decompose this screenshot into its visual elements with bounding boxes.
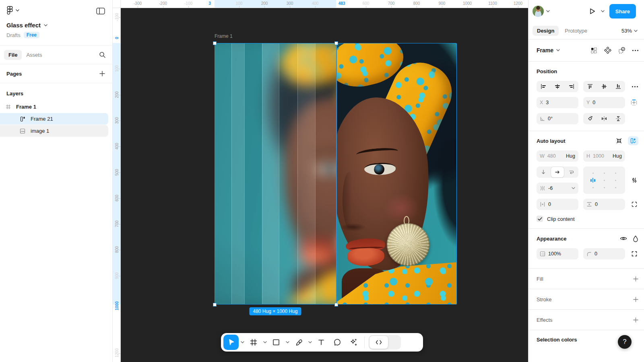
tab-assets[interactable]: Assets	[22, 50, 46, 60]
align-bottom-button[interactable]	[612, 81, 625, 92]
y-position-input[interactable]: Y 0	[583, 97, 625, 108]
gap-input[interactable]: -6	[537, 183, 578, 194]
transform-group	[583, 113, 625, 124]
comment-tool-button[interactable]	[330, 335, 345, 350]
selection-handle-bottom-right[interactable]	[334, 303, 338, 306]
selection-handle-bottom-left[interactable]	[213, 303, 217, 306]
share-button[interactable]: Share	[609, 4, 636, 19]
canvas[interactable]: Frame 1	[113, 0, 528, 362]
layer-row-frame-1[interactable]: Frame 1	[0, 101, 108, 113]
dev-mode-toggle[interactable]	[369, 335, 401, 350]
figma-logo-icon[interactable]	[6, 6, 13, 15]
direction-vertical-button[interactable]	[537, 167, 550, 177]
expand-corners-icon[interactable]	[631, 251, 638, 257]
glass-effect-layer[interactable]	[215, 43, 336, 304]
document-title[interactable]: Glass effect	[6, 22, 41, 29]
gap-dropdown-chevron-icon[interactable]	[572, 187, 575, 189]
alignment-pad[interactable]	[583, 167, 625, 194]
align-h-center-button[interactable]	[551, 81, 564, 92]
auto-layout-active-icon[interactable]	[628, 136, 638, 145]
add-fill-icon[interactable]	[633, 276, 638, 282]
individual-padding-icon[interactable]	[631, 201, 638, 208]
search-icon[interactable]	[99, 51, 106, 58]
selection-size-badge: 480 Hug × 1000 Hug	[249, 307, 301, 315]
component-props-icon[interactable]	[590, 47, 597, 54]
direction-horizontal-button[interactable]	[551, 167, 564, 177]
object-type-chevron-icon[interactable]	[556, 49, 560, 51]
frame-tool-button[interactable]	[246, 335, 261, 350]
rotate-button[interactable]	[584, 113, 597, 124]
collapse-sidebar-button[interactable]	[96, 8, 105, 14]
account-chevron-icon[interactable]	[546, 10, 550, 12]
breadcrumb-drafts[interactable]: Drafts	[6, 32, 21, 38]
width-input[interactable]: W 480 Hug	[537, 150, 578, 162]
ruler-top[interactable]: -300-200-1003100200300400483600700800900…	[113, 0, 528, 8]
horizontal-padding-input[interactable]: 0	[537, 199, 578, 210]
canvas-frame-title[interactable]: Frame 1	[215, 33, 233, 39]
direction-wrap-button[interactable]	[565, 167, 578, 177]
pen-tool-button[interactable]	[291, 335, 306, 350]
selected-object-type[interactable]: Frame	[537, 47, 553, 53]
blend-mode-droplet-icon[interactable]	[633, 235, 638, 242]
opacity-input[interactable]: 100%	[537, 248, 578, 259]
flip-vertical-button[interactable]	[612, 113, 625, 124]
add-stroke-icon[interactable]	[633, 297, 638, 302]
text-tool-button[interactable]	[314, 335, 329, 350]
add-page-icon[interactable]	[99, 71, 105, 76]
height-input[interactable]: H 1000 Hug	[583, 150, 625, 162]
selection-handle-top-right[interactable]	[334, 41, 338, 45]
layer-row-image-1[interactable]: image 1	[0, 125, 108, 137]
pen-tool-dropdown[interactable]	[307, 335, 313, 350]
ruler-label: 700	[388, 1, 395, 6]
present-options-chevron-icon[interactable]	[601, 10, 605, 12]
selection-inner-edge	[336, 43, 337, 304]
present-play-icon[interactable]	[588, 7, 596, 15]
w-value: 480	[547, 153, 556, 159]
align-left-button[interactable]	[537, 81, 550, 92]
help-button[interactable]: ?	[618, 335, 632, 349]
layer-row-frame-21[interactable]: Frame 21	[0, 113, 108, 125]
frame-tool-icon	[250, 338, 258, 346]
rotation-input[interactable]: 0°	[537, 113, 578, 124]
selection-handle-top-left[interactable]	[213, 41, 217, 45]
align-right-button[interactable]	[565, 81, 578, 92]
vertical-padding-value: 0	[595, 202, 598, 207]
vertical-padding-input[interactable]: 0	[583, 199, 625, 210]
rectangle-tool-icon	[272, 338, 280, 346]
add-effect-icon[interactable]	[633, 317, 638, 323]
shape-tool-button[interactable]	[268, 335, 284, 350]
tab-prototype[interactable]: Prototype	[560, 26, 592, 36]
use-as-mask-icon[interactable]	[618, 47, 625, 54]
design-frame[interactable]	[215, 43, 457, 304]
avatar[interactable]	[533, 6, 544, 17]
constraints-icon[interactable]	[630, 99, 638, 107]
align-top-button[interactable]	[584, 81, 597, 92]
move-tool-button[interactable]	[223, 335, 239, 350]
flip-horizontal-button[interactable]	[598, 113, 611, 124]
more-align-options-icon[interactable]	[632, 86, 638, 87]
visibility-eye-icon[interactable]	[620, 236, 627, 241]
clip-content-label: Clip content	[547, 216, 575, 222]
frame-tool-dropdown[interactable]	[262, 335, 268, 350]
corner-radius-input[interactable]: 0	[583, 248, 625, 259]
actions-tool-button[interactable]	[346, 335, 361, 350]
ruler-label: 300	[115, 117, 119, 125]
x-position-input[interactable]: X 3	[537, 97, 578, 108]
move-tool-dropdown[interactable]	[239, 335, 245, 350]
shrink-icon[interactable]	[616, 138, 622, 144]
ruler-left[interactable]: -100010020030040050060070080090010001200	[113, 8, 121, 362]
align-v-center-button[interactable]	[598, 81, 611, 92]
layout-settings-icon[interactable]	[631, 177, 638, 183]
opacity-value: 100%	[548, 251, 561, 257]
ruler-corner	[113, 0, 121, 8]
more-options-icon[interactable]	[632, 50, 638, 51]
create-component-icon[interactable]	[604, 47, 611, 54]
shape-tool-dropdown[interactable]	[285, 335, 290, 350]
tab-file[interactable]: File	[4, 50, 22, 60]
ruler-label: 483	[339, 1, 345, 6]
clip-content-checkbox[interactable]	[537, 216, 543, 222]
main-menu-chevron-icon[interactable]	[16, 9, 19, 12]
zoom-menu[interactable]: 53%	[621, 28, 638, 34]
tab-design[interactable]: Design	[533, 26, 559, 36]
document-menu-chevron-icon[interactable]	[44, 24, 47, 27]
